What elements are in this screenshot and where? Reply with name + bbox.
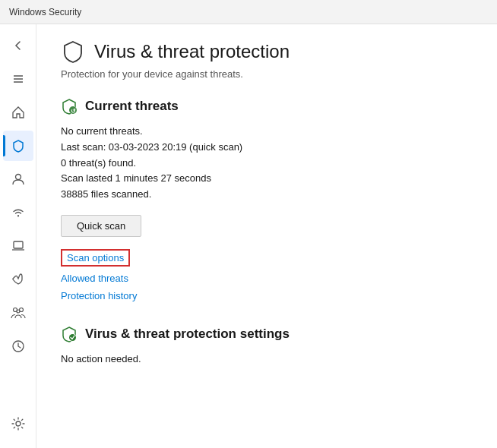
vt-settings-icon [61,326,78,342]
app-container: Virus & threat protection Protection for… [0,24,497,448]
sidebar-item-health[interactable] [3,264,33,295]
protection-history-anchor[interactable]: Protection history [61,290,473,301]
svg-point-8 [17,310,20,313]
files-scanned-line: 38885 files scanned. [61,187,473,203]
page-title: Virus & threat protection [94,41,290,62]
family-icon [11,306,26,320]
wifi-icon [11,206,25,219]
sidebar-item-history[interactable] [3,331,33,361]
settings-icon [11,417,25,431]
sidebar [0,24,36,448]
page-shield-icon [61,39,85,64]
sidebar-item-shield[interactable] [3,131,33,161]
app-title: Windows Security [9,7,81,17]
current-threats-header: ↺ Current threats [61,98,473,115]
sidebar-bottom [3,409,33,448]
vt-settings-header: Virus & threat protection settings [61,326,473,342]
no-action-line: No action needed. [61,352,473,368]
history-icon [11,339,25,353]
main-content: Virus & threat protection Protection for… [36,24,497,448]
protection-history-link[interactable]: Protection history [61,290,473,301]
svg-point-10 [16,421,21,426]
scan-duration-line: Scan lasted 1 minutes 27 seconds [61,171,473,187]
sidebar-item-network[interactable] [3,197,33,228]
sidebar-item-family[interactable] [3,298,33,328]
sidebar-item-account[interactable] [3,164,33,194]
threats-found-line: 0 threat(s) found. [61,156,473,172]
current-threats-info: No current threats. Last scan: 03-03-202… [61,124,473,203]
vt-settings-title: Virus & threat protection settings [85,327,290,342]
health-icon [11,273,25,286]
svg-text:↺: ↺ [71,108,76,115]
back-icon [12,39,24,52]
home-icon [11,106,25,119]
allowed-threats-link[interactable]: Allowed threats [61,273,473,284]
quick-scan-button[interactable]: Quick scan [61,215,141,237]
last-scan-line: Last scan: 03-03-2023 20:19 (quick scan) [61,140,473,156]
current-threats-title: Current threats [85,99,179,114]
sidebar-item-appbrowser[interactable] [3,231,33,261]
no-threats-line: No current threats. [61,124,473,140]
section-divider [61,308,473,326]
sidebar-item-back[interactable] [3,30,33,61]
vt-settings-info: No action needed. [61,352,473,368]
menu-icon [12,73,24,85]
current-threats-icon: ↺ [61,98,78,115]
allowed-threats-anchor[interactable]: Allowed threats [61,273,473,284]
sidebar-item-menu[interactable] [3,64,33,94]
laptop-icon [11,239,25,253]
page-header: Virus & threat protection [61,39,473,64]
sidebar-item-home[interactable] [3,97,33,128]
title-bar: Windows Security [0,0,497,24]
person-icon [11,172,25,186]
svg-rect-4 [14,241,23,248]
shield-active-icon [11,139,25,153]
svg-point-3 [15,175,21,180]
scan-options-anchor[interactable]: Scan options [61,249,130,267]
page-subtitle: Protection for your device against threa… [61,68,473,80]
scan-options-link[interactable]: Scan options [61,249,473,273]
sidebar-item-settings[interactable] [3,409,33,439]
